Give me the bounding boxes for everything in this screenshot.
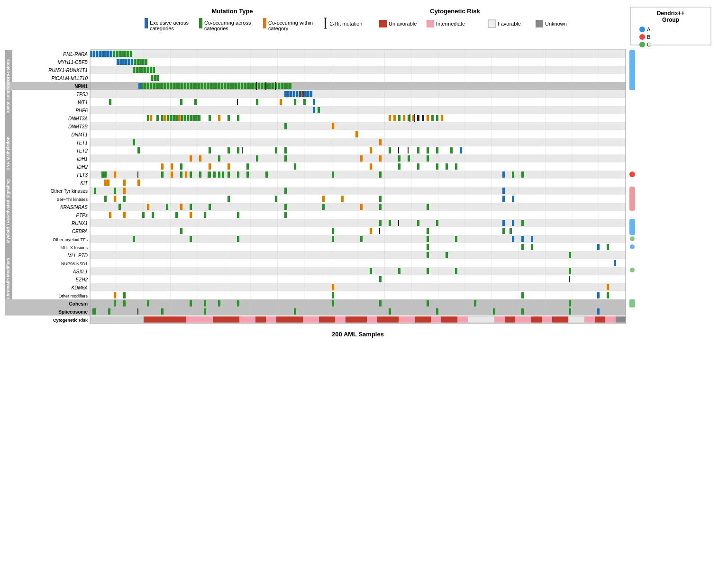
- gene-npm1: NPM1: [74, 84, 88, 89]
- svg-rect-147: [241, 83, 243, 89]
- svg-rect-85: [121, 51, 124, 57]
- svg-rect-47: [5, 307, 626, 316]
- svg-rect-134: [204, 83, 206, 89]
- svg-rect-227: [242, 147, 243, 153]
- svg-rect-348: [521, 244, 524, 250]
- svg-rect-217: [427, 115, 429, 121]
- svg-rect-366: [123, 292, 126, 298]
- svg-rect-166: [289, 83, 291, 89]
- svg-rect-347: [427, 244, 429, 250]
- svg-rect-228: [275, 147, 277, 153]
- svg-rect-210: [393, 115, 396, 121]
- gene-idh1: IDH1: [77, 156, 88, 162]
- svg-rect-93: [128, 59, 130, 65]
- svg-rect-323: [389, 220, 391, 226]
- svg-rect-190: [156, 115, 159, 121]
- svg-rect-313: [109, 212, 111, 218]
- svg-rect-442: [410, 114, 410, 122]
- svg-rect-343: [455, 236, 457, 242]
- svg-rect-398: [255, 316, 266, 323]
- svg-rect-251: [180, 163, 182, 170]
- svg-rect-277: [265, 171, 268, 178]
- svg-rect-408: [415, 316, 431, 323]
- gene-myh11-cbfb: MYH11-CBFB: [58, 60, 88, 65]
- svg-rect-395: [186, 316, 213, 323]
- svg-rect-222: [332, 123, 334, 129]
- svg-rect-250: [171, 163, 173, 170]
- svg-rect-171: [296, 91, 298, 97]
- legend-unknown-label: Unknown: [545, 21, 567, 27]
- gene-ezh2: EZH2: [75, 277, 88, 282]
- dendrix-b-label: B: [647, 34, 650, 40]
- svg-rect-199: [184, 115, 186, 121]
- svg-rect-219: [436, 115, 438, 121]
- svg-rect-96: [136, 59, 139, 65]
- svg-rect-111: [138, 83, 141, 89]
- legend-intermediate-label: Intermediate: [436, 21, 465, 27]
- gene-phf6: PHF6: [75, 108, 88, 113]
- svg-rect-163: [265, 82, 266, 90]
- svg-rect-428: [629, 187, 635, 211]
- svg-rect-233: [408, 147, 409, 153]
- svg-rect-75: [93, 51, 95, 57]
- svg-rect-188: [147, 115, 149, 121]
- svg-rect-161: [281, 83, 283, 89]
- svg-rect-369: [597, 292, 600, 298]
- svg-rect-440: [222, 171, 224, 178]
- svg-rect-94: [131, 59, 133, 65]
- svg-rect-281: [512, 171, 514, 178]
- svg-rect-224: [209, 147, 211, 153]
- svg-rect-240: [199, 155, 201, 162]
- svg-rect-182: [280, 99, 282, 105]
- gene-cytogenetic-risk: Cytogenetic Risk: [53, 318, 88, 323]
- gene-tet1: TET1: [76, 140, 88, 145]
- svg-rect-447: [313, 99, 315, 105]
- svg-rect-357: [398, 268, 400, 274]
- svg-rect-120: [164, 83, 166, 89]
- svg-rect-193: [167, 115, 169, 121]
- gene-tet2: TET2: [76, 148, 88, 153]
- svg-rect-350: [597, 244, 600, 250]
- svg-point-13: [639, 34, 645, 40]
- svg-rect-265: [137, 171, 138, 178]
- svg-rect-292: [104, 196, 107, 202]
- svg-rect-106: [150, 67, 152, 73]
- svg-rect-373: [190, 300, 192, 307]
- svg-point-430: [630, 236, 635, 241]
- svg-rect-170: [293, 91, 295, 97]
- svg-rect-7: [379, 20, 387, 27]
- svg-rect-413: [494, 316, 505, 323]
- svg-rect-98: [142, 59, 145, 65]
- svg-rect-167: [284, 91, 287, 97]
- svg-rect-209: [389, 115, 391, 121]
- svg-rect-102: [138, 67, 141, 73]
- svg-rect-299: [379, 196, 382, 202]
- svg-rect-329: [521, 220, 524, 226]
- svg-rect-243: [284, 155, 287, 162]
- svg-rect-168: [287, 91, 290, 97]
- svg-rect-254: [246, 163, 249, 170]
- svg-rect-409: [431, 316, 441, 323]
- svg-rect-180: [237, 99, 238, 105]
- svg-rect-291: [502, 188, 505, 194]
- svg-rect-404: [346, 316, 367, 323]
- svg-rect-238: [460, 147, 462, 153]
- gene-kdm6a: KDM6A: [72, 285, 88, 290]
- cat-chromatin-modifiers: Chromatin Modifiers: [6, 258, 10, 299]
- gene-picalm-mllt10: PICALM-MLLT10: [51, 76, 88, 81]
- svg-rect-320: [237, 212, 239, 218]
- svg-rect-252: [209, 163, 211, 170]
- svg-rect-302: [118, 204, 121, 210]
- cytogenetic-risk-title: Cytogenetic Risk: [430, 8, 480, 15]
- svg-rect-162: [256, 82, 257, 90]
- svg-rect-274: [228, 171, 230, 178]
- svg-rect-19: [5, 82, 626, 90]
- svg-rect-300: [502, 196, 505, 202]
- gene-spliceosome: Spliceosome: [58, 309, 88, 315]
- svg-rect-136: [209, 83, 212, 89]
- svg-rect-140: [221, 83, 223, 89]
- cat-myeloid-tfs: Myeloid TFs: [6, 218, 10, 243]
- svg-rect-380: [569, 300, 571, 307]
- gene-mll-ptd: MLL-PTD: [67, 253, 88, 258]
- mutation-type-title: Mutation Type: [211, 8, 253, 15]
